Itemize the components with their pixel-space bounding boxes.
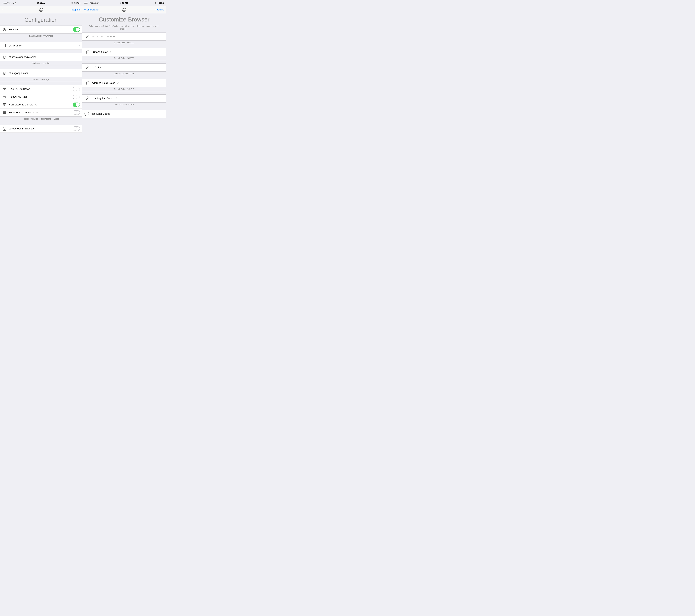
address-field-color-footer: Default Color: #e3e3e3: [82, 87, 166, 91]
hex-color-codes-chevron: ›: [163, 113, 164, 115]
left-battery-icon: ▮: [80, 2, 81, 4]
loading-bar-color-value: #: [115, 97, 117, 100]
left-wifi-icon: ∈: [15, 2, 16, 4]
rdot1: [84, 3, 85, 3]
gap5: [82, 107, 166, 110]
enabled-toggle-knob: [76, 28, 80, 32]
address-field-color-item[interactable]: Address Field Color #: [82, 79, 166, 87]
text-color-item[interactable]: Text Color #000000: [82, 33, 166, 40]
paintbrush-icon-3: [85, 65, 89, 70]
buttons-color-item[interactable]: Buttons Color #: [82, 48, 166, 56]
lockscreen-dim-delay-item[interactable]: Lockscreen Dim Delay: [0, 125, 82, 133]
hide-all-nc-tabs-item[interactable]: Hide All NC Tabs: [0, 93, 82, 101]
left-back-button[interactable]: ‹: [2, 9, 2, 11]
eye-slash-icon-1: [2, 87, 7, 91]
lockscreen-section: Lockscreen Dim Delay: [0, 124, 82, 133]
right-globe-icon: [122, 7, 126, 12]
hex-color-codes-item[interactable]: i Hex Color Codes ›: [82, 110, 166, 118]
ncbrowser-default-tab-item[interactable]: 1 NCBrowser is Default Tab: [0, 101, 82, 109]
left-bluetooth-icon: ⚳: [73, 2, 75, 4]
buttons-color-value: #: [110, 50, 112, 53]
gap4: [82, 91, 166, 95]
right-location-icon: ☉: [155, 2, 157, 4]
right-page-title: Customize Browser: [82, 13, 166, 24]
dot2: [3, 3, 4, 3]
lockscreen-icon: [2, 127, 7, 131]
rdot2: [85, 3, 86, 3]
lockscreen-dim-delay-toggle[interactable]: [73, 127, 80, 131]
hide-all-nc-tabs-toggle[interactable]: [73, 95, 80, 99]
address-field-color-value: #: [117, 81, 119, 85]
right-back-button[interactable]: ‹ Configuration: [84, 9, 99, 11]
power-icon: [2, 27, 7, 32]
gap1: [82, 45, 166, 48]
quick-links-section: Quick Links ›: [0, 41, 82, 50]
ncbrowser-default-tab-toggle[interactable]: [73, 102, 80, 107]
ui-color-item[interactable]: UI Color #: [82, 64, 166, 71]
book-icon: [2, 44, 7, 48]
text-color-footer: Default Color: #000000: [82, 40, 166, 45]
left-nav-bar: ‹ Respring: [0, 6, 82, 13]
paintbrush-icon-2: [85, 50, 89, 54]
buttons-color-label: Buttons Color: [91, 50, 107, 53]
spacer1: [0, 38, 82, 41]
left-page-title: Configuration: [0, 13, 82, 26]
ncbrowser-default-tab-label: NCBrowser is Default Tab: [9, 103, 71, 106]
quick-links-item[interactable]: Quick Links ›: [0, 42, 82, 50]
home-url-footer: Set home button link.: [0, 61, 82, 66]
right-signal-dots: [84, 3, 89, 3]
show-toolbar-labels-item[interactable]: Show toolbar button labels: [0, 109, 82, 116]
right-bluetooth-icon: ⚳: [157, 2, 158, 4]
paintbrush-icon-4: [85, 81, 89, 85]
right-back-label: Configuration: [85, 9, 99, 11]
right-nav-bar: ‹ Configuration Respring: [82, 6, 166, 13]
left-status-bar: T-Mobile ∈ 10:00 AM ☉ ⚳ 99% ▮: [0, 0, 82, 6]
right-respring-button[interactable]: Respring: [155, 9, 164, 11]
right-carrier-name: T-Mobile: [90, 2, 97, 4]
svg-rect-29: [86, 81, 88, 84]
svg-point-19: [4, 129, 5, 130]
loading-bar-color-item[interactable]: Loading Bar Color #: [82, 95, 166, 102]
hide-nc-statusbar-knob: [73, 87, 77, 91]
left-time: 10:00 AM: [37, 2, 45, 4]
enabled-item[interactable]: Enabled: [0, 26, 82, 33]
home-url-item[interactable]: https://www.google.com/: [0, 53, 82, 61]
left-back-chevron: ‹: [2, 9, 2, 11]
right-time: 9:59 AM: [120, 2, 128, 4]
rdot5: [88, 3, 89, 3]
svg-rect-5: [3, 44, 5, 47]
homepage-item[interactable]: http://google.com: [0, 69, 82, 77]
enabled-label: Enabled: [9, 28, 71, 31]
ncbrowser-default-tab-knob: [76, 103, 80, 107]
spacer5: [0, 121, 82, 124]
home-url-label: https://www.google.com/: [9, 56, 80, 59]
gap3: [82, 76, 166, 79]
paintbrush-icon-5: [85, 96, 89, 101]
gap2: [82, 61, 166, 64]
dot5: [6, 3, 7, 3]
hide-all-nc-tabs-knob: [73, 95, 77, 99]
hide-nc-statusbar-toggle[interactable]: [73, 87, 80, 91]
show-toolbar-labels-label: Show toolbar button labels: [9, 111, 71, 114]
buttons-color-footer: Default Color: #808080: [82, 56, 166, 61]
hide-all-nc-tabs-label: Hide All NC Tabs: [9, 96, 71, 98]
loading-bar-color-footer: Default Color: #167EFB: [82, 102, 166, 107]
address-field-color-label: Address Field Color: [91, 81, 115, 85]
lockscreen-dim-delay-label: Lockscreen Dim Delay: [9, 127, 71, 130]
homepage-section: http://google.com: [0, 69, 82, 77]
signal-dots: [2, 3, 7, 3]
dot3: [4, 3, 5, 3]
spacer2: [0, 50, 82, 53]
hide-nc-statusbar-item[interactable]: Hide NC Statusbar: [0, 85, 82, 93]
enabled-toggle[interactable]: [73, 27, 80, 32]
show-toolbar-labels-toggle[interactable]: [73, 110, 80, 115]
left-battery-pct: 99%: [75, 2, 79, 4]
hide-nc-statusbar-label: Hide NC Statusbar: [9, 88, 71, 90]
left-respring-button[interactable]: Respring: [71, 9, 81, 11]
svg-rect-8: [4, 73, 5, 74]
tab-icon: 1: [2, 102, 7, 107]
home-icon-1: [2, 55, 7, 59]
left-carrier-name: T-Mobile: [7, 2, 14, 4]
svg-text:1: 1: [4, 104, 5, 105]
left-status-icons: ☉ ⚳ 99% ▮: [71, 2, 81, 4]
